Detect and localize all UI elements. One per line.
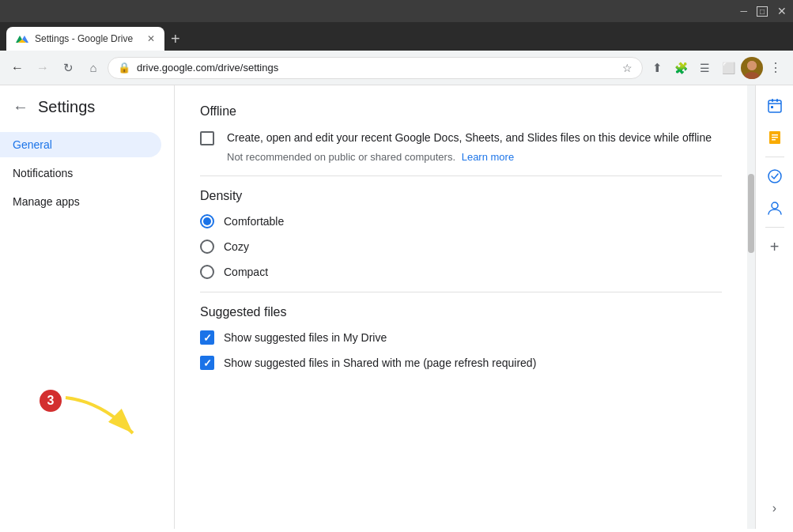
- drive-favicon: [16, 32, 28, 45]
- offline-description: Create, open and edit your recent Google…: [227, 130, 712, 146]
- density-cozy[interactable]: Cozy: [200, 240, 722, 254]
- suggested-my-drive-label: Show suggested files in My Drive: [224, 331, 387, 344]
- avatar[interactable]: [741, 57, 763, 79]
- menu-icon[interactable]: ⋮: [765, 57, 787, 79]
- svg-point-4: [747, 61, 757, 70]
- sidebar-item-manage-apps[interactable]: Manage apps: [0, 189, 174, 214]
- right-icon-tasks[interactable]: [761, 162, 789, 191]
- lock-icon: 🔒: [118, 62, 130, 74]
- learn-more-link[interactable]: Learn more: [462, 151, 514, 163]
- offline-checkbox[interactable]: [200, 131, 214, 145]
- right-panel: + ›: [755, 85, 793, 529]
- comfortable-label: Comfortable: [224, 215, 284, 228]
- right-add-btn[interactable]: +: [761, 232, 789, 261]
- sidebar-item-general[interactable]: General: [0, 132, 161, 157]
- svg-rect-5: [768, 100, 781, 112]
- share-icon[interactable]: ⬆: [646, 57, 668, 79]
- back-button[interactable]: ←: [6, 57, 28, 79]
- suggested-my-drive-checkbox[interactable]: ✓: [200, 330, 214, 345]
- right-panel-divider: [765, 157, 784, 157]
- right-expand-btn[interactable]: ›: [761, 494, 789, 523]
- back-settings-button[interactable]: ←: [13, 98, 28, 116]
- tab-title: Settings - Google Drive: [35, 33, 133, 44]
- svg-rect-11: [772, 134, 778, 136]
- toolbar-icons: ⬆ 🧩 ☰ ⬜ ⋮: [646, 57, 787, 79]
- reload-button[interactable]: ↻: [57, 57, 79, 79]
- offline-section: Offline Create, open and edit your recen…: [200, 92, 722, 176]
- suggested-shared-checkbox[interactable]: ✓: [200, 356, 214, 370]
- suggested-my-drive-row[interactable]: ✓ Show suggested files in My Drive: [200, 330, 722, 345]
- suggested-title: Suggested files: [200, 305, 722, 319]
- content-area: Offline Create, open and edit your recen…: [174, 85, 747, 529]
- right-icon-contacts[interactable]: [761, 194, 789, 222]
- bookmark-icon[interactable]: ☆: [622, 62, 633, 74]
- page-title: Settings: [38, 98, 95, 116]
- arrow-annotation: [62, 394, 141, 441]
- radio-comfortable: [200, 214, 214, 228]
- radio-cozy: [200, 240, 214, 254]
- sidebar-item-notifications[interactable]: Notifications: [0, 160, 174, 186]
- radio-compact: [200, 265, 214, 279]
- scrollbar-thumb[interactable]: [748, 174, 754, 253]
- page-header: ← Settings: [0, 92, 174, 132]
- svg-rect-7: [772, 99, 773, 102]
- suggested-shared-row[interactable]: ✓ Show suggested files in Shared with me…: [200, 356, 722, 370]
- scrollbar[interactable]: [747, 85, 755, 529]
- svg-point-14: [768, 170, 781, 183]
- restore-icon[interactable]: □: [757, 6, 768, 17]
- extensions-icon[interactable]: 🧩: [670, 57, 692, 79]
- tab-manager-icon[interactable]: ⬜: [717, 57, 739, 79]
- active-tab[interactable]: Settings - Google Drive ✕: [6, 27, 164, 51]
- compact-label: Compact: [224, 266, 268, 278]
- url-text: drive.google.com/drive/settings: [137, 62, 616, 74]
- svg-point-15: [772, 202, 778, 209]
- svg-rect-12: [772, 137, 778, 138]
- density-compact[interactable]: Compact: [200, 265, 722, 279]
- forward-button[interactable]: →: [32, 57, 54, 79]
- right-icon-notes[interactable]: [761, 123, 789, 152]
- new-tab-btn[interactable]: +: [164, 27, 187, 51]
- density-comfortable[interactable]: Comfortable: [200, 214, 722, 228]
- suggested-shared-label: Show suggested files in Shared with me (…: [224, 357, 536, 369]
- minimize-icon[interactable]: ─: [740, 6, 747, 17]
- offline-title: Offline: [200, 104, 722, 119]
- close-icon[interactable]: ✕: [777, 5, 787, 17]
- right-icon-calendar[interactable]: [761, 92, 789, 120]
- density-section: Density Comfortable Cozy Compact: [200, 176, 722, 292]
- sidebar: ← Settings General Notifications Manage …: [0, 85, 174, 529]
- svg-point-3: [744, 72, 760, 79]
- url-bar[interactable]: 🔒 drive.google.com/drive/settings ☆: [108, 57, 643, 79]
- home-button[interactable]: ⌂: [82, 57, 104, 79]
- tab-close-btn[interactable]: ✕: [147, 33, 155, 44]
- cast-icon[interactable]: ☰: [693, 57, 716, 79]
- density-title: Density: [200, 189, 722, 203]
- svg-rect-13: [772, 139, 776, 141]
- cozy-label: Cozy: [224, 240, 249, 253]
- right-panel-divider2: [765, 227, 784, 228]
- annotation-badge: 3: [40, 390, 62, 412]
- svg-rect-8: [776, 99, 778, 102]
- svg-rect-9: [771, 106, 773, 108]
- offline-warning: Not recommended on public or shared comp…: [227, 151, 712, 163]
- suggested-section: Suggested files ✓ Show suggested files i…: [200, 292, 722, 383]
